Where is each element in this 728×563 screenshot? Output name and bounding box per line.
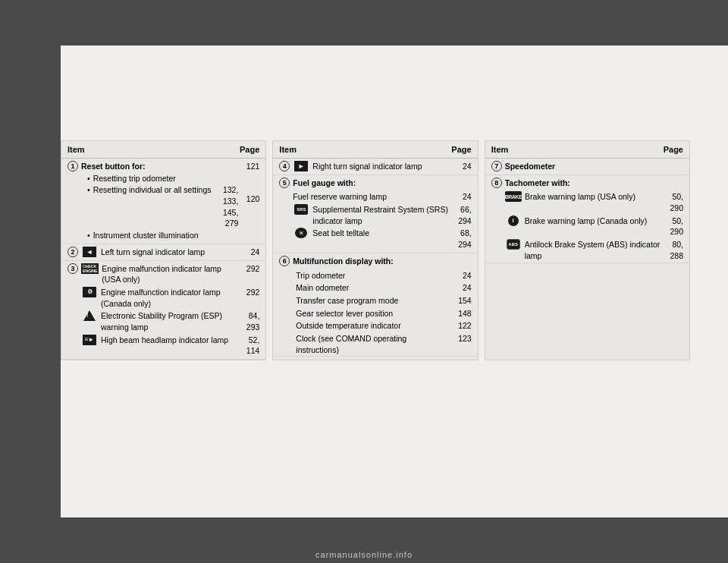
seatbelt-text: Seat belt telltale [312,228,450,239]
table-row: 1 Reset button for: Resetting trip odome… [61,159,265,244]
trip-odometer-row: Trip odometer 24 [273,269,477,282]
engine-canada-icon: ⚙ [81,287,98,297]
tables-container: Item Page 1 Reset button for: Resetting … [61,140,690,360]
trip-odometer-page: 24 [450,270,472,282]
row-num-4: 4 [279,161,290,171]
table-row-6: 6 Multifunction display with: [273,253,477,269]
brake-usa-text: Brake warning lamp (USA only) [525,191,662,203]
row-num-8: 8 [491,178,502,188]
transfer-case-page: 154 [450,295,472,307]
table-row-4: 4 ► Right turn signal indicator lamp 24 [273,159,477,175]
row-8-title: Tachometer with: [505,178,683,189]
srs-text: Supplemental Restraint System (SRS) indi… [312,204,450,226]
table-row-7: 7 Speedometer [485,159,689,175]
fuel-reserve-row: Fuel reserve warning lamp 24 [273,190,477,203]
abs-icon: ABS [505,239,522,250]
row-3a-content: Engine malfunction indicator lamp (USA o… [102,263,238,285]
bullet-3-text: Instrument cluster illumination [93,230,199,241]
transfer-case-row: Transfer case program mode 154 [273,294,477,307]
gear-selector-row: Gear selector lever position 148 [273,307,477,320]
main-odometer-text: Main odometer [296,282,450,294]
outside-temp-row: Outside temperature indicator 122 [273,319,477,332]
row-3c-content: Electronic Stability Program (ESP) warni… [101,310,238,332]
bullet-2-page: 132, 133, 145, 279 [217,184,238,229]
table-row-3b: ⚙ Engine malfunction indicator lamp (Can… [61,286,265,310]
table-row-5-group: 5 Fuel gauge with: Fuel reserve warning … [273,175,477,253]
table-row-3-group: 3 CHECKENGINE Engine malfunction indicat… [61,261,265,360]
bullet-1-text: Resetting trip odometer [93,173,176,184]
esp-warning-icon: ! [81,310,98,321]
row-num-3: 3 [67,263,78,274]
clock-text: Clock (see COMAND operating instructions… [296,333,450,355]
table-1: Item Page 1 Reset button for: Resetting … [61,140,266,360]
table-1-header: Item Page [61,141,265,159]
outside-temp-page: 122 [450,320,472,332]
row-3a-page: 292 [238,263,259,275]
bullet-1: Resetting trip odometer [87,173,238,184]
table-2-page-col: Page [451,145,471,154]
brake-usa-icon: BRAKE [505,191,522,202]
bullet-3-page: 120 [238,193,259,205]
row-1-title: Reset button for: [81,161,238,172]
high-beam-icon: ≡► [81,335,98,345]
row-num-2: 2 [67,247,78,257]
row-num-1: 1 [67,161,78,171]
row-1-content: Reset button for: Resetting trip odomete… [81,161,238,241]
bullet-2-text: Resetting individual or all settings [93,184,212,196]
clock-page: 123 [450,333,472,344]
trip-odometer-text: Trip odometer [296,270,450,282]
table-2-item-col: Item [279,145,297,154]
row-num-5: 5 [279,178,290,188]
brake-canada-row: i Brake warning lamp (Canada only) 50, 2… [485,215,689,238]
table-row-2: 2 ◄ Left turn signal indicator lamp 24 [61,244,265,261]
row-7-title: Speedometer [505,161,683,172]
abs-page: 80, 288 [662,239,683,261]
brake-usa-row: BRAKE Brake warning lamp (USA only) 50, … [485,190,689,214]
abs-text: Antilock Brake System (ABS) indicator la… [525,239,662,261]
table-1-page-col: Page [240,145,259,154]
table-3-page-col: Page [664,145,683,154]
row-3b-content: Engine malfunction indicator lamp (Canad… [101,287,238,309]
row-2-page: 24 [238,247,259,258]
srs-page: 66, 294 [450,204,472,226]
row-num-7: 7 [491,161,502,171]
gear-selector-text: Gear selector lever position [296,308,450,319]
row-6-title: Multifunction display with: [293,256,450,267]
seatbelt-icon: ✕ [293,228,309,238]
table-row-8: 8 Tachometer with: [485,175,689,191]
table-3-item-col: Item [491,145,509,154]
watermark: carmanualsonline.info [315,550,413,559]
table-row-6-group: 6 Multifunction display with: Trip odome… [273,253,477,357]
transfer-case-text: Transfer case program mode [296,295,450,307]
table-row-3d: ≡► High beam headlamp indicator lamp 52,… [61,334,265,359]
bullet-1-page: 121 [238,161,259,172]
table-row-3c: ! Electronic Stability Program (ESP) war… [61,310,265,333]
clock-row: Clock (see COMAND operating instructions… [273,332,477,356]
row-3b-page: 292 [238,287,259,298]
main-odometer-page: 24 [450,282,472,294]
bullet-3: Instrument cluster illumination [87,230,238,241]
row-2-content: Left turn signal indicator lamp [101,247,238,258]
abs-row: ABS Antilock Brake System (ABS) indicato… [485,238,689,262]
row-3d-page: 52, 114 [238,335,259,357]
seatbelt-page: 68, 294 [450,228,472,250]
row-3d-content: High beam headlamp indicator lamp [101,335,238,346]
table-2-header: Item Page [273,141,477,159]
table-row-5: 5 Fuel gauge with: [273,175,477,191]
row-num-6: 6 [279,256,290,266]
table-row-3: 3 CHECKENGINE Engine malfunction indicat… [61,261,265,286]
brake-usa-page: 50, 290 [662,191,683,213]
table-3: Item Page 7 Speedometer 8 Tachometer wit… [485,140,690,360]
seatbelt-row: ✕ Seat belt telltale 68, 294 [273,227,477,252]
row-1-pages: 121 120 [238,161,259,204]
row-4-page: 24 [450,161,472,172]
brake-canada-page: 50, 290 [662,215,683,237]
bullet-2: • Resetting individual or all settings [87,184,212,196]
right-arrow-icon: ► [293,161,309,171]
circle-i-icon: i [505,215,522,226]
table-2: Item Page 4 ► Right turn signal indicato… [272,140,478,360]
left-arrow-icon: ◄ [81,247,98,257]
fuel-reserve-page: 24 [450,191,472,203]
check-engine-icon: CHECKENGINE [81,263,99,274]
srs-row: SRS Supplemental Restraint System (SRS) … [273,203,477,227]
